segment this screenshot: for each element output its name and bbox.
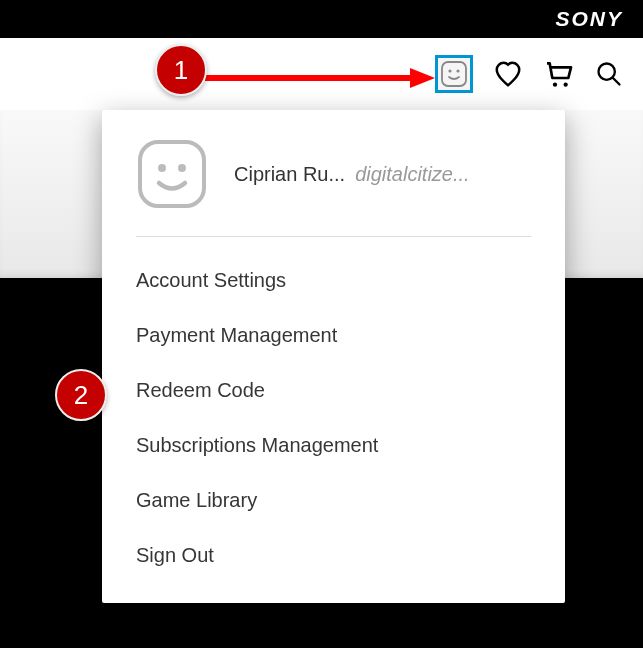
svg-marker-11 bbox=[410, 68, 435, 88]
account-dropdown: Ciprian Ru... digitalcitize... Account S… bbox=[102, 110, 565, 603]
profile-display-name: Ciprian Ru... bbox=[234, 163, 345, 186]
search-icon bbox=[595, 60, 623, 88]
annotation-badge-2: 2 bbox=[55, 369, 107, 421]
svg-point-8 bbox=[158, 164, 166, 172]
profile-username: digitalcitize... bbox=[355, 163, 470, 186]
svg-point-1 bbox=[448, 69, 451, 72]
brand-bar: SONY bbox=[0, 0, 643, 38]
divider bbox=[136, 236, 531, 237]
svg-point-3 bbox=[553, 83, 557, 87]
annotation-arrow-1 bbox=[205, 68, 435, 88]
svg-point-4 bbox=[564, 83, 568, 87]
avatar-button[interactable] bbox=[435, 55, 473, 93]
profile-avatar bbox=[136, 138, 208, 210]
svg-point-9 bbox=[178, 164, 186, 172]
smiley-avatar-icon bbox=[136, 138, 208, 210]
search-button[interactable] bbox=[595, 60, 623, 88]
annotation-badge-1: 1 bbox=[155, 44, 207, 96]
cart-icon bbox=[543, 58, 575, 90]
menu-item-sign-out[interactable]: Sign Out bbox=[136, 528, 531, 583]
heart-icon bbox=[493, 59, 523, 89]
cart-button[interactable] bbox=[543, 58, 575, 90]
menu-item-game-library[interactable]: Game Library bbox=[136, 473, 531, 528]
sony-logo: SONY bbox=[555, 7, 623, 31]
svg-point-2 bbox=[456, 69, 459, 72]
menu-item-subscriptions-management[interactable]: Subscriptions Management bbox=[136, 418, 531, 473]
menu-item-redeem-code[interactable]: Redeem Code bbox=[136, 363, 531, 418]
wishlist-button[interactable] bbox=[493, 59, 523, 89]
smiley-avatar-icon bbox=[441, 61, 467, 87]
menu-item-account-settings[interactable]: Account Settings bbox=[136, 253, 531, 308]
profile-header[interactable]: Ciprian Ru... digitalcitize... bbox=[136, 132, 531, 228]
account-menu: Account Settings Payment Management Rede… bbox=[136, 253, 531, 583]
profile-name-group: Ciprian Ru... digitalcitize... bbox=[234, 163, 531, 186]
svg-rect-7 bbox=[140, 142, 204, 206]
menu-item-payment-management[interactable]: Payment Management bbox=[136, 308, 531, 363]
svg-rect-0 bbox=[442, 62, 466, 86]
svg-line-6 bbox=[613, 78, 620, 85]
